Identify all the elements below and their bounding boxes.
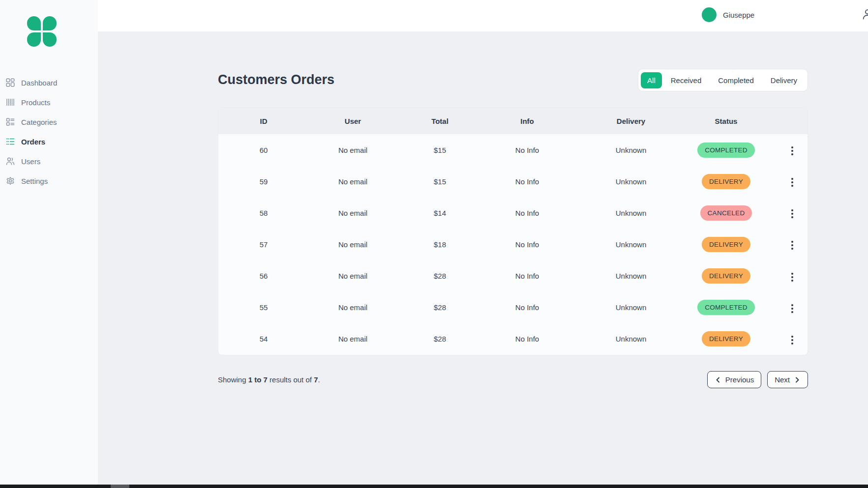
cell-status: COMPLETED xyxy=(690,300,762,315)
kebab-menu-icon[interactable] xyxy=(788,144,796,158)
categories-list-icon xyxy=(6,117,15,126)
cell-status: DELIVERY xyxy=(690,237,762,252)
products-bars-icon xyxy=(6,98,15,107)
cell-actions xyxy=(762,331,808,347)
cell-info: No Info xyxy=(483,209,571,217)
chevron-left-icon xyxy=(715,376,721,383)
status-badge: DELIVERY xyxy=(702,268,750,284)
column-header-delivery: Delivery xyxy=(571,117,690,125)
cell-id: 57 xyxy=(218,240,309,249)
sidebar: Dashboard Products Categories Orders xyxy=(0,0,98,488)
table-row: 60 No email $15 No Info Unknown COMPLETE… xyxy=(218,134,808,166)
cell-info: No Info xyxy=(483,303,571,312)
summary-middle: results out of xyxy=(269,375,312,384)
sidebar-item-label: Settings xyxy=(21,177,48,185)
status-badge: DELIVERY xyxy=(702,174,750,189)
cell-total: $28 xyxy=(397,335,483,343)
chevron-right-icon xyxy=(794,376,801,383)
status-badge: COMPLETED xyxy=(697,143,755,158)
cell-status: DELIVERY xyxy=(690,174,762,189)
column-header-user: User xyxy=(309,117,397,125)
sidebar-item-settings[interactable]: Settings xyxy=(0,171,98,191)
sidebar-item-dashboard[interactable]: Dashboard xyxy=(0,73,98,92)
cell-delivery: Unknown xyxy=(571,177,690,186)
table-header-row: ID User Total Info Delivery Status xyxy=(218,108,808,134)
previous-label: Previous xyxy=(725,375,754,384)
cell-delivery: Unknown xyxy=(571,303,690,312)
cell-actions xyxy=(762,299,808,316)
kebab-menu-icon[interactable] xyxy=(788,238,796,253)
cell-user: No email xyxy=(309,240,397,249)
cell-id: 56 xyxy=(218,272,309,280)
cell-actions xyxy=(762,236,808,253)
summary-period: . xyxy=(318,375,320,384)
cell-info: No Info xyxy=(483,335,571,343)
users-people-icon xyxy=(6,157,15,166)
filter-tab-all[interactable]: All xyxy=(641,72,662,88)
cell-total: $15 xyxy=(397,146,483,154)
kebab-menu-icon[interactable] xyxy=(788,175,796,190)
horizontal-scrollbar[interactable] xyxy=(0,485,868,488)
cell-delivery: Unknown xyxy=(571,146,690,154)
scrollbar-thumb[interactable] xyxy=(111,485,129,488)
cell-status: DELIVERY xyxy=(690,331,762,346)
sidebar-item-label: Dashboard xyxy=(21,79,57,87)
filter-tab-delivery[interactable]: Delivery xyxy=(763,72,805,88)
cell-actions xyxy=(762,142,808,158)
cell-id: 54 xyxy=(218,335,309,343)
cell-user: No email xyxy=(309,209,397,217)
cell-info: No Info xyxy=(483,240,571,249)
cell-delivery: Unknown xyxy=(571,240,690,249)
sidebar-item-label: Categories xyxy=(21,118,57,126)
cell-user: No email xyxy=(309,177,397,186)
cell-total: $15 xyxy=(397,177,483,186)
kebab-menu-icon[interactable] xyxy=(788,301,796,316)
next-label: Next xyxy=(775,375,790,384)
status-filter-tabs: All Received Completed Delivery xyxy=(638,69,808,91)
next-button[interactable]: Next xyxy=(767,371,808,388)
table-row: 58 No email $14 No Info Unknown CANCELED xyxy=(218,197,808,229)
kebab-menu-icon[interactable] xyxy=(788,333,796,347)
table-row: 54 No email $28 No Info Unknown DELIVERY xyxy=(218,323,808,355)
settings-gear-icon xyxy=(6,176,15,185)
column-header-info: Info xyxy=(483,117,571,125)
sidebar-item-label: Users xyxy=(21,157,40,166)
cell-id: 55 xyxy=(218,303,309,312)
sidebar-item-orders[interactable]: Orders xyxy=(0,132,98,151)
sidebar-item-label: Orders xyxy=(21,138,45,146)
sidebar-item-categories[interactable]: Categories xyxy=(0,112,98,132)
filter-tab-received[interactable]: Received xyxy=(663,72,710,88)
cell-delivery: Unknown xyxy=(571,335,690,343)
status-badge: COMPLETED xyxy=(697,300,755,315)
orders-table-card: ID User Total Info Delivery Status 60 No… xyxy=(218,107,808,355)
avatar[interactable] xyxy=(702,7,717,22)
cell-actions xyxy=(762,268,808,285)
cell-info: No Info xyxy=(483,177,571,186)
logo-petal xyxy=(27,32,41,47)
cell-id: 58 xyxy=(218,209,309,217)
cell-total: $14 xyxy=(397,209,483,217)
kebab-menu-icon[interactable] xyxy=(788,206,796,221)
cell-delivery: Unknown xyxy=(571,272,690,280)
logout-person-icon[interactable] xyxy=(862,8,868,20)
orders-list-icon xyxy=(6,137,15,146)
kebab-menu-icon[interactable] xyxy=(788,270,796,285)
column-header-status: Status xyxy=(690,117,762,125)
dashboard-grid-icon xyxy=(6,78,15,87)
cell-id: 60 xyxy=(218,146,309,154)
previous-button[interactable]: Previous xyxy=(707,371,761,388)
cell-status: DELIVERY xyxy=(690,268,762,284)
sidebar-item-users[interactable]: Users xyxy=(0,151,98,171)
user-name: Giuseppe xyxy=(723,11,754,19)
cell-id: 59 xyxy=(218,177,309,186)
table-row: 55 No email $28 No Info Unknown COMPLETE… xyxy=(218,292,808,323)
column-header-total: Total xyxy=(397,117,483,125)
table-body: 60 No email $15 No Info Unknown COMPLETE… xyxy=(218,134,808,355)
cell-total: $28 xyxy=(397,303,483,312)
filter-tab-completed[interactable]: Completed xyxy=(710,72,762,88)
page-title: Customers Orders xyxy=(218,72,334,87)
sidebar-item-products[interactable]: Products xyxy=(0,92,98,112)
cell-info: No Info xyxy=(483,272,571,280)
cell-total: $18 xyxy=(397,240,483,249)
brand-logo[interactable] xyxy=(27,16,57,47)
